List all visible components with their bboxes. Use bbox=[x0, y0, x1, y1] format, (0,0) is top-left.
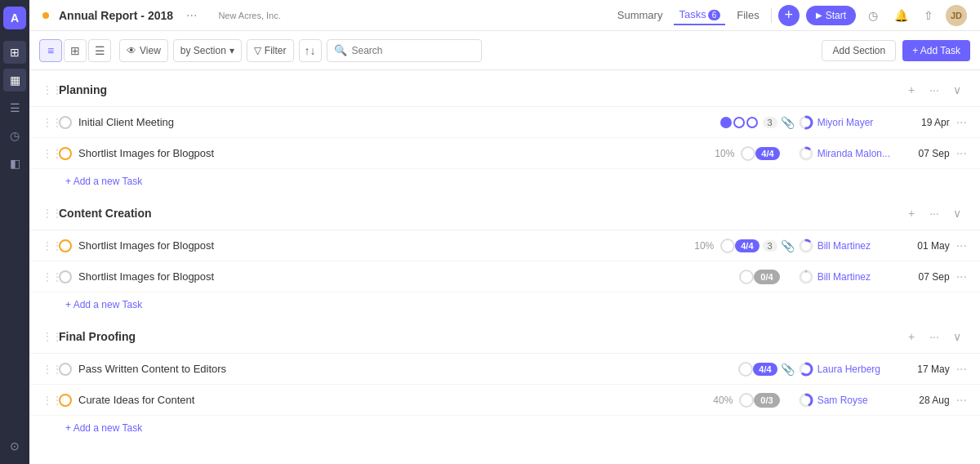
view-timeline-btn[interactable]: ☰ bbox=[88, 39, 111, 62]
section-collapse-btn[interactable]: ∨ bbox=[947, 80, 967, 100]
task-tag: 4/4 bbox=[753, 363, 777, 376]
section-header-final-proofing: ⋮⋮ Final Proofing + ··· ∨ bbox=[29, 317, 980, 354]
task-assignee[interactable]: Miyori Mayer bbox=[817, 117, 899, 128]
task-drag-handle[interactable]: ⋮⋮ bbox=[42, 364, 56, 375]
attach-icon[interactable]: 📎 bbox=[781, 116, 795, 129]
toolbar: ≡ ⊞ ☰ 👁 View by Section ▾ ▽ Filter ↑↓ 🔍 … bbox=[29, 31, 980, 70]
main-area: Annual Report - 2018 ··· New Acres, Inc.… bbox=[29, 0, 980, 464]
sidebar-icon-chart[interactable]: ◧ bbox=[3, 152, 26, 175]
view-label: View bbox=[140, 45, 161, 56]
task-drag-handle[interactable]: ⋮⋮ bbox=[42, 148, 56, 159]
table-row[interactable]: ⋮⋮ Shortlist Images for Blogpost 10% 4/4… bbox=[29, 230, 980, 261]
section-drag-handle[interactable]: ⋮⋮ bbox=[42, 207, 56, 219]
nav-tasks[interactable]: Tasks6 bbox=[674, 5, 725, 25]
task-name: Pass Written Content to Editors bbox=[78, 363, 703, 375]
task-assignee[interactable]: Sam Royse bbox=[817, 395, 899, 406]
task-percent: 10% bbox=[706, 148, 734, 159]
group-by-btn[interactable]: by Section ▾ bbox=[173, 39, 242, 62]
view-board-btn[interactable]: ⊞ bbox=[64, 39, 87, 62]
add-button[interactable]: + bbox=[778, 5, 800, 26]
section-more-btn[interactable]: ··· bbox=[924, 203, 944, 223]
task-progress-ring bbox=[798, 145, 814, 162]
sidebar-icon-inbox[interactable]: ☰ bbox=[3, 96, 26, 119]
task-more-icon[interactable]: ··· bbox=[956, 270, 967, 284]
section-add-btn[interactable]: + bbox=[902, 80, 921, 100]
add-section-button[interactable]: Add Section bbox=[822, 40, 896, 61]
circle-filled bbox=[720, 117, 732, 128]
bell-icon-btn[interactable]: 🔔 bbox=[890, 5, 911, 26]
nav-summary[interactable]: Summary bbox=[612, 6, 668, 25]
task-assignee[interactable]: Laura Herberg bbox=[817, 364, 899, 375]
user-avatar[interactable]: JD bbox=[946, 5, 967, 26]
sidebar-icon-home[interactable]: ⊞ bbox=[3, 41, 26, 64]
section-more-btn[interactable]: ··· bbox=[924, 327, 944, 346]
section-actions: + ··· ∨ bbox=[902, 327, 967, 346]
table-row[interactable]: ⋮⋮ Initial Client Meeting 3 📎 Miyori May… bbox=[29, 107, 980, 138]
project-more-icon[interactable]: ··· bbox=[186, 8, 197, 23]
start-button[interactable]: Start bbox=[806, 6, 856, 25]
filter-label: Filter bbox=[265, 45, 287, 56]
section-collapse-btn[interactable]: ∨ bbox=[947, 327, 967, 346]
section-title-content-creation: Content Creation bbox=[59, 207, 902, 220]
task-drag-handle[interactable]: ⋮⋮ bbox=[42, 117, 56, 128]
chevron-down-icon: ▾ bbox=[229, 45, 234, 56]
attach-icon[interactable]: 📎 bbox=[781, 363, 795, 376]
filter-btn[interactable]: ▽ Filter bbox=[247, 39, 294, 62]
table-row[interactable]: ⋮⋮ Shortlist Images for Blogpost 10% 4/4… bbox=[29, 138, 980, 169]
section-drag-handle[interactable]: ⋮⋮ bbox=[42, 84, 56, 96]
view-list-btn[interactable]: ≡ bbox=[39, 39, 62, 62]
add-task-button[interactable]: + Add Task bbox=[902, 40, 970, 61]
attach-icon[interactable]: 📎 bbox=[781, 239, 795, 252]
section-add-btn[interactable]: + bbox=[902, 203, 921, 223]
section-actions: + ··· ∨ bbox=[902, 80, 967, 100]
sidebar-icon-user[interactable]: ⊙ bbox=[3, 435, 26, 457]
section-drag-handle[interactable]: ⋮⋮ bbox=[42, 331, 56, 342]
section-header-planning: ⋮⋮ Planning + ··· ∨ bbox=[29, 70, 980, 107]
section-more-btn[interactable]: ··· bbox=[924, 80, 944, 100]
search-input[interactable] bbox=[352, 45, 474, 56]
task-date: 07 Sep bbox=[909, 148, 950, 159]
task-more-icon[interactable]: ··· bbox=[956, 362, 967, 377]
section-add-btn[interactable]: + bbox=[902, 327, 921, 346]
task-date: 19 Apr bbox=[909, 117, 950, 128]
task-status-indicator bbox=[59, 394, 72, 407]
task-status-indicator bbox=[59, 270, 72, 283]
add-new-task-link[interactable]: + Add a new Task bbox=[29, 416, 980, 440]
task-progress-ring bbox=[798, 392, 814, 408]
table-row[interactable]: ⋮⋮ Curate Ideas for Content 40% 0/3 Sam … bbox=[29, 385, 980, 416]
task-date: 17 May bbox=[909, 364, 950, 375]
task-drag-handle[interactable]: ⋮⋮ bbox=[42, 271, 56, 283]
clock-icon-btn[interactable]: ◷ bbox=[862, 5, 884, 26]
share-icon-btn[interactable]: ⇧ bbox=[918, 5, 939, 26]
task-assignee[interactable]: Miranda Malon... bbox=[817, 148, 899, 159]
task-more-icon[interactable]: ··· bbox=[956, 239, 967, 253]
task-assignee[interactable]: Bill Martinez bbox=[817, 240, 899, 252]
sort-btn[interactable]: ↑↓ bbox=[299, 39, 322, 62]
topnav-right: Summary Tasks6 Files + Start ◷ 🔔 ⇧ JD bbox=[612, 5, 967, 26]
table-row[interactable]: ⋮⋮ Pass Written Content to Editors 4/4 📎… bbox=[29, 354, 980, 385]
task-count-badge: 3 bbox=[763, 117, 777, 128]
sidebar-icon-clock[interactable]: ◷ bbox=[3, 124, 26, 147]
task-count-badge: 3 bbox=[763, 240, 777, 252]
task-date: 07 Sep bbox=[909, 271, 950, 283]
table-row[interactable]: ⋮⋮ Shortlist Images for Blogpost 0/4 Bil… bbox=[29, 261, 980, 292]
task-assignee[interactable]: Bill Martinez bbox=[817, 271, 899, 283]
task-drag-handle[interactable]: ⋮⋮ bbox=[42, 395, 56, 406]
nav-files[interactable]: Files bbox=[732, 6, 764, 25]
task-progress-ring bbox=[798, 114, 814, 131]
task-status-indicator bbox=[59, 363, 72, 376]
task-more-icon[interactable]: ··· bbox=[956, 146, 967, 161]
task-empty-circle bbox=[739, 393, 754, 408]
section-collapse-btn[interactable]: ∨ bbox=[947, 203, 967, 223]
task-more-icon[interactable]: ··· bbox=[956, 115, 967, 130]
sidebar-icon-tasks[interactable]: ▦ bbox=[3, 69, 26, 91]
task-drag-handle[interactable]: ⋮⋮ bbox=[42, 240, 56, 252]
add-new-task-link[interactable]: + Add a new Task bbox=[29, 292, 980, 317]
task-tag: 0/4 bbox=[754, 270, 779, 284]
view-dropdown-btn[interactable]: 👁 View bbox=[119, 39, 168, 62]
nav-divider bbox=[771, 8, 772, 23]
add-new-task-link[interactable]: + Add a new Task bbox=[29, 169, 980, 194]
task-tag: 4/4 bbox=[735, 239, 759, 252]
task-more-icon[interactable]: ··· bbox=[956, 393, 967, 408]
section-header-content-creation: ⋮⋮ Content Creation + ··· ∨ bbox=[29, 194, 980, 230]
